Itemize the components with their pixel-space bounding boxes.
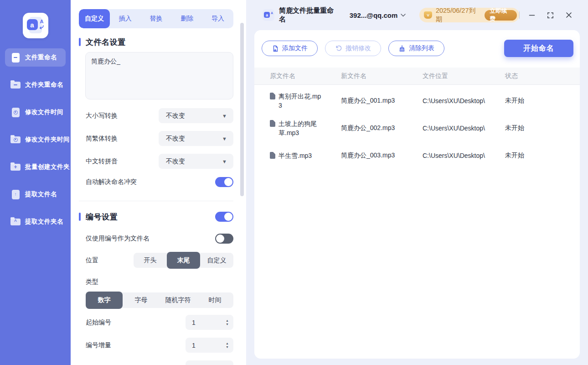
col-location: 文件位置: [423, 72, 505, 80]
file-rename-icon: [10, 52, 21, 63]
sidebar-item-label: 修改文件夹时间: [25, 136, 70, 144]
spinner-down-icon[interactable]: ▼: [226, 345, 229, 349]
status-badge: 未开始: [505, 124, 580, 132]
file-icon: [270, 120, 275, 127]
status-badge: 未开始: [505, 151, 580, 160]
maximize-icon: [547, 12, 554, 19]
sidebar-item-label: 批量创建文件夹: [25, 163, 70, 171]
sidebar-item-extract-foldername[interactable]: ^ 提取文件夹名: [5, 213, 66, 231]
settings-scrollbar[interactable]: [240, 23, 244, 196]
new-name: 简鹿办公_002.mp3: [341, 124, 423, 132]
sidebar-item-file-rename[interactable]: 文件重命名: [5, 48, 66, 67]
tab-insert[interactable]: 插入: [110, 9, 141, 28]
increment-row: 编号增量 1 ▲▼: [86, 338, 233, 353]
conflict-row: 自动解决命名冲突: [86, 175, 233, 189]
close-button[interactable]: [562, 9, 575, 21]
clear-list-icon: [398, 45, 406, 52]
tab-replace[interactable]: 替换: [141, 9, 172, 28]
titlebar: a A 简鹿文件批量重命名 392...@qq.com V 2025/06/27…: [246, 0, 588, 30]
file-icon: [270, 93, 275, 99]
filename-input[interactable]: 简鹿办公_: [85, 52, 233, 99]
only-number-toggle[interactable]: [215, 234, 233, 244]
only-number-row: 仅使用编号作为文件名: [86, 232, 233, 245]
simplified-traditional-select[interactable]: 不改变 ▼: [159, 131, 233, 146]
spinner-down-icon[interactable]: ▼: [226, 323, 229, 326]
logo-arrow-icon: [39, 25, 44, 29]
file-time-icon: [10, 107, 21, 117]
sidebar-item-extract-filename[interactable]: ↑ 提取文件名: [5, 185, 66, 203]
add-files-button[interactable]: 添加文件: [262, 41, 318, 56]
col-original-name: 原文件名: [270, 72, 341, 80]
gem-icon: V: [424, 11, 432, 19]
status-badge: 未开始: [505, 97, 580, 105]
start-number-row: 起始编号 1 ▲▼: [86, 315, 233, 330]
tab-custom[interactable]: 自定义: [79, 9, 110, 28]
start-rename-button[interactable]: 开始命名: [504, 40, 573, 57]
titlebar-divider: [519, 11, 520, 19]
table-row[interactable]: 土坡上的狗尾草.mp3 简鹿办公_002.mp3 C:\Users\XU\Des…: [254, 115, 580, 142]
numbering-toggle[interactable]: [215, 212, 233, 222]
undo-button[interactable]: 撤销修改: [325, 41, 381, 56]
spinner-up-icon[interactable]: ▲: [226, 342, 229, 345]
increment-stepper[interactable]: 1 ▲▼: [186, 338, 233, 353]
dropdown-arrow-icon: ▼: [222, 136, 227, 141]
col-status: 状态: [505, 72, 580, 80]
sidebar-item-file-time[interactable]: 修改文件时间: [5, 103, 66, 121]
create-folders-icon: +: [10, 162, 21, 172]
add-file-icon: [272, 45, 279, 52]
case-convert-select[interactable]: 不改变 ▼: [159, 108, 233, 123]
extract-foldername-icon: ^: [10, 217, 21, 227]
filename-section-title: 文件名设置: [79, 36, 233, 47]
sidebar-item-label: 提取文件夹名: [25, 218, 63, 226]
section-accent-bar: [79, 38, 81, 46]
undo-icon: [335, 45, 342, 52]
clear-list-button[interactable]: 清除列表: [388, 41, 444, 56]
type-option-random[interactable]: 随机字符: [160, 292, 196, 308]
account-email: 392...@qq.com: [350, 11, 398, 19]
dropdown-arrow-icon: ▼: [222, 113, 227, 119]
table-row[interactable]: 离别开出花.mp3 简鹿办公_001.mp3 C:\Users\XU\Deskt…: [254, 87, 580, 115]
type-option-number[interactable]: 数字: [86, 292, 123, 309]
minimize-button[interactable]: [526, 9, 538, 21]
window-title: 简鹿文件批量重命名: [279, 6, 340, 24]
file-location: C:\Users\XU\Desktop\: [423, 125, 505, 132]
table-row[interactable]: 半生雪.mp3 简鹿办公_003.mp3 C:\Users\XU\Desktop…: [254, 142, 580, 169]
sidebar-item-folder-time[interactable]: 修改文件夹时间: [5, 130, 66, 149]
sidebar-item-create-folders[interactable]: + 批量创建文件夹: [5, 158, 66, 176]
maximize-button[interactable]: [544, 9, 557, 21]
type-option-time[interactable]: 时间: [196, 292, 233, 308]
minimize-icon: [529, 12, 535, 18]
table-header: 原文件名 新文件名 文件位置 状态: [254, 68, 580, 85]
sidebar: a A 文件重命名 文件夹重命名 修改文件时间 修改文件夹时间: [0, 0, 71, 365]
file-location: C:\Users\XU\Desktop\: [423, 152, 505, 159]
logo-letter-small: A: [40, 19, 44, 24]
type-option-letter[interactable]: 字母: [123, 292, 160, 308]
toolbar: 添加文件 撤销修改 清除列表 开始命名: [254, 30, 580, 57]
position-option-end[interactable]: 末尾: [167, 252, 200, 269]
tab-import[interactable]: 导入: [202, 9, 233, 28]
sidebar-item-folder-rename[interactable]: 文件夹重命名: [5, 76, 66, 94]
dropdown-arrow-icon: ▼: [222, 159, 227, 164]
start-number-stepper[interactable]: 1 ▲▼: [186, 315, 233, 330]
account-menu[interactable]: 392...@qq.com: [350, 11, 406, 19]
renew-button[interactable]: 立即续费: [485, 10, 517, 21]
sidebar-item-label: 提取文件名: [25, 190, 57, 198]
extract-filename-icon: ↑: [10, 189, 21, 199]
numbering-section-title: 编号设置: [79, 211, 233, 222]
main-panel: a A 简鹿文件批量重命名 392...@qq.com V 2025/06/27…: [246, 0, 588, 365]
position-option-start[interactable]: 开头: [134, 253, 167, 268]
conflict-toggle[interactable]: [215, 177, 233, 187]
case-convert-row: 大小写转换 不改变 ▼: [86, 108, 233, 123]
position-option-custom[interactable]: 自定义: [200, 253, 233, 268]
clipped-stepper[interactable]: ▲▼: [186, 360, 233, 365]
pinyin-select[interactable]: 不改变 ▼: [159, 154, 233, 169]
app-logo-icon: a A: [23, 13, 48, 38]
type-segmented: 数字 字母 随机字符 时间: [86, 292, 233, 308]
chevron-down-icon: [401, 14, 406, 17]
tab-delete[interactable]: 删除: [171, 9, 202, 28]
license-badge: V 2025/06/27到期 立即续费: [419, 8, 519, 22]
spinner-up-icon[interactable]: ▲: [226, 319, 229, 322]
original-name: 土坡上的狗尾草.mp3: [279, 119, 321, 138]
file-list: 离别开出花.mp3 简鹿办公_001.mp3 C:\Users\XU\Deskt…: [254, 85, 580, 169]
type-label-row: 类型: [86, 277, 233, 287]
